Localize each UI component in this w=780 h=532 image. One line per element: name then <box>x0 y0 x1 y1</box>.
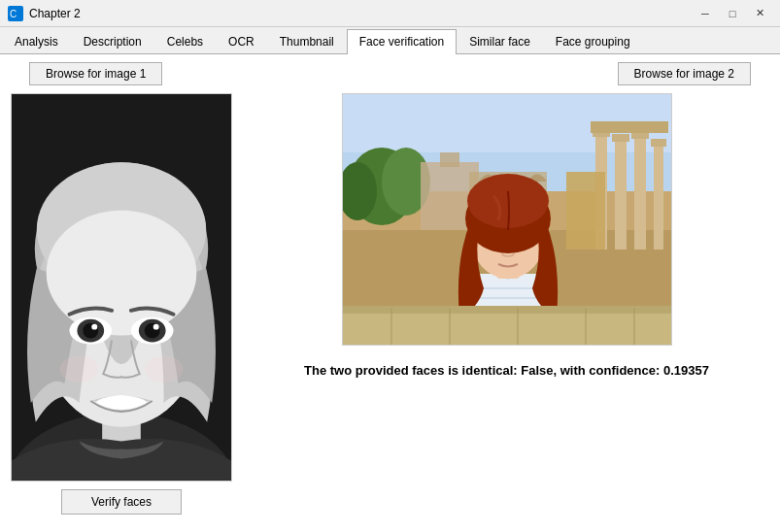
title-bar: C Chapter 2 ─ □ ✕ <box>0 0 780 27</box>
svg-rect-32 <box>634 135 646 249</box>
tab-celebs[interactable]: Celebs <box>154 29 216 53</box>
svg-rect-55 <box>343 308 672 346</box>
minimize-button[interactable]: ─ <box>693 4 718 23</box>
image-right-section: The two provided faces is identical: Fal… <box>243 93 770 378</box>
svg-rect-33 <box>654 143 663 249</box>
tab-analysis[interactable]: Analysis <box>2 29 71 53</box>
svg-rect-38 <box>591 121 668 133</box>
browse-row: Browse for image 1 Browse for image 2 <box>10 62 770 85</box>
image-left-section: Verify faces <box>10 93 233 515</box>
images-row: Verify faces <box>10 93 770 524</box>
svg-text:C: C <box>10 9 17 19</box>
svg-rect-56 <box>343 306 672 312</box>
maximize-button[interactable]: □ <box>720 4 745 23</box>
tab-face-verification[interactable]: Face verification <box>347 29 457 54</box>
tab-ocr[interactable]: OCR <box>216 29 267 53</box>
app-icon: C <box>8 6 23 21</box>
roman-scene-svg <box>343 94 672 346</box>
main-content: Browse for image 1 Browse for image 2 <box>0 54 780 532</box>
image-2-display <box>342 93 672 346</box>
close-button[interactable]: ✕ <box>747 4 772 23</box>
tab-bar: Analysis Description Celebs OCR Thumbnai… <box>0 27 780 54</box>
svg-rect-35 <box>612 134 629 142</box>
svg-point-18 <box>145 355 184 382</box>
svg-rect-39 <box>566 172 605 249</box>
tab-face-grouping[interactable]: Face grouping <box>543 29 643 53</box>
result-text: The two provided faces is identical: Fal… <box>304 363 709 378</box>
tab-similar-face[interactable]: Similar face <box>457 29 543 53</box>
window-title: Chapter 2 <box>29 7 81 20</box>
svg-point-16 <box>153 324 159 330</box>
tab-thumbnail[interactable]: Thumbnail <box>267 29 347 53</box>
svg-rect-28 <box>440 152 459 167</box>
browse-image-1-button[interactable]: Browse for image 1 <box>29 62 162 85</box>
face-bw-svg <box>12 93 231 482</box>
tab-description[interactable]: Description <box>71 29 154 53</box>
svg-rect-31 <box>615 138 627 249</box>
browse-image-2-button[interactable]: Browse for image 2 <box>618 62 751 85</box>
title-bar-left: C Chapter 2 <box>8 6 81 21</box>
svg-rect-37 <box>651 139 666 147</box>
verify-faces-button[interactable]: Verify faces <box>61 489 182 515</box>
svg-point-8 <box>47 211 197 336</box>
svg-point-12 <box>91 324 97 330</box>
image-1-display <box>11 93 232 482</box>
window-controls: ─ □ ✕ <box>693 4 772 23</box>
svg-point-17 <box>60 355 99 382</box>
